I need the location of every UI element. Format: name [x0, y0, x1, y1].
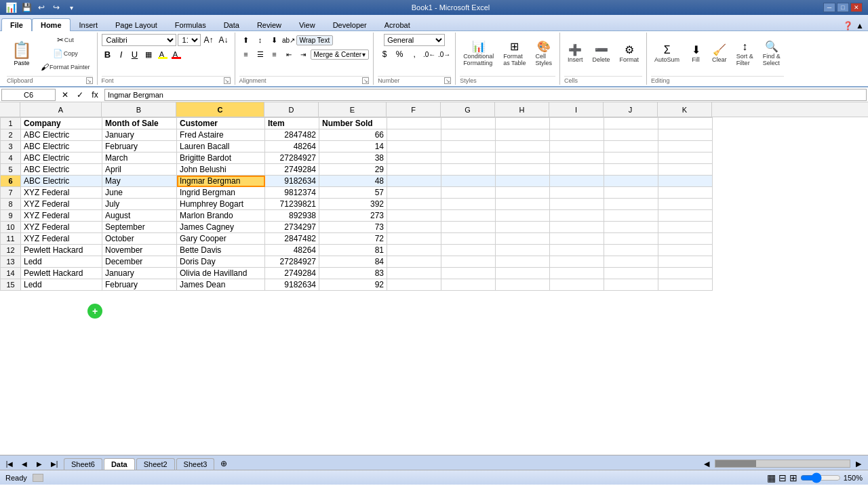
- cell-K3[interactable]: [658, 141, 713, 152]
- cell-C7[interactable]: Ingrid Bergman: [177, 187, 265, 199]
- cell-B10[interactable]: September: [102, 222, 177, 233]
- underline-button[interactable]: U: [129, 48, 141, 60]
- insert-cells-btn[interactable]: ➕ Insert: [564, 43, 587, 65]
- cell-C2[interactable]: Fred Astaire: [177, 129, 265, 141]
- cell-E1[interactable]: Number Sold: [319, 118, 387, 129]
- increase-indent-btn[interactable]: ⇥: [296, 48, 310, 60]
- row-number-11[interactable]: 11: [1, 233, 21, 245]
- cell-A3[interactable]: ABC Electric: [21, 141, 102, 152]
- cell-D4[interactable]: 27284927: [265, 152, 319, 164]
- prev-sheet-btn[interactable]: ◀: [18, 458, 31, 470]
- cell-H14[interactable]: [496, 268, 550, 279]
- cell-H1[interactable]: [496, 118, 550, 129]
- cell-B1[interactable]: Month of Sale: [102, 118, 177, 129]
- decrease-font-btn[interactable]: A↓: [217, 34, 231, 46]
- cell-J15[interactable]: [604, 279, 658, 291]
- merge-center-btn[interactable]: Merge & Center▾: [311, 49, 370, 60]
- cell-I8[interactable]: [550, 199, 604, 210]
- cell-E11[interactable]: 72: [319, 233, 387, 245]
- cell-D6[interactable]: 9182634: [265, 176, 319, 187]
- minimize-ribbon-btn[interactable]: ▲: [856, 21, 864, 30]
- cell-G14[interactable]: [441, 268, 496, 279]
- cell-K2[interactable]: [658, 129, 713, 141]
- undo-quick-btn[interactable]: ↩: [35, 1, 48, 14]
- formula-input[interactable]: [104, 89, 867, 101]
- cell-H4[interactable]: [496, 152, 550, 164]
- row-number-5[interactable]: 5: [1, 164, 21, 176]
- save-quick-btn[interactable]: 💾: [20, 1, 33, 14]
- cell-I6[interactable]: [550, 176, 604, 187]
- cell-J8[interactable]: [604, 199, 658, 210]
- number-format-select[interactable]: General: [384, 34, 445, 46]
- cell-J9[interactable]: [604, 210, 658, 222]
- align-right-btn[interactable]: ≡: [268, 48, 281, 60]
- autosum-btn[interactable]: Σ AutoSum: [651, 43, 683, 65]
- cell-E9[interactable]: 273: [319, 210, 387, 222]
- cell-E7[interactable]: 57: [319, 187, 387, 199]
- cell-G15[interactable]: [441, 279, 496, 291]
- cell-J3[interactable]: [604, 141, 658, 152]
- format-painter-button[interactable]: 🖌 Format Painter: [38, 61, 93, 73]
- border-button[interactable]: ▦: [142, 48, 155, 60]
- minimize-btn[interactable]: ─: [823, 3, 835, 12]
- cell-B14[interactable]: January: [102, 268, 177, 279]
- cell-J1[interactable]: [604, 118, 658, 129]
- cell-D15[interactable]: 9182634: [265, 279, 319, 291]
- cell-H9[interactable]: [496, 210, 550, 222]
- cell-D8[interactable]: 71239821: [265, 199, 319, 210]
- align-top-btn[interactable]: ⬆: [239, 34, 253, 46]
- cell-K10[interactable]: [658, 222, 713, 233]
- wrap-text-btn[interactable]: Wrap Text: [296, 35, 334, 45]
- clipboard-expand[interactable]: ↘: [86, 77, 93, 84]
- cell-K14[interactable]: [658, 268, 713, 279]
- row-number-7[interactable]: 7: [1, 187, 21, 199]
- cell-H12[interactable]: [496, 245, 550, 256]
- cell-H11[interactable]: [496, 233, 550, 245]
- row-number-15[interactable]: 15: [1, 279, 21, 291]
- col-header-F[interactable]: F: [387, 102, 441, 117]
- cell-H15[interactable]: [496, 279, 550, 291]
- cell-K12[interactable]: [658, 245, 713, 256]
- cell-A15[interactable]: Ledd: [21, 279, 102, 291]
- cell-F4[interactable]: [387, 152, 441, 164]
- sheet-tab-sheet6[interactable]: Sheet6: [64, 458, 102, 470]
- cell-J12[interactable]: [604, 245, 658, 256]
- row-number-14[interactable]: 14: [1, 268, 21, 279]
- page-break-view-btn[interactable]: ⊞: [789, 472, 797, 483]
- cell-H3[interactable]: [496, 141, 550, 152]
- cell-D1[interactable]: Item: [265, 118, 319, 129]
- row-number-9[interactable]: 9: [1, 210, 21, 222]
- cell-B8[interactable]: July: [102, 199, 177, 210]
- cell-D14[interactable]: 2749284: [265, 268, 319, 279]
- cell-F3[interactable]: [387, 141, 441, 152]
- cell-C5[interactable]: John Belushi: [177, 164, 265, 176]
- col-header-I[interactable]: I: [549, 102, 604, 117]
- cell-J5[interactable]: [604, 164, 658, 176]
- cell-F10[interactable]: [387, 222, 441, 233]
- cell-I2[interactable]: [550, 129, 604, 141]
- col-header-D[interactable]: D: [264, 102, 319, 117]
- cell-K9[interactable]: [658, 210, 713, 222]
- cell-A6[interactable]: ABC Electric: [21, 176, 102, 187]
- normal-view-btn[interactable]: ▦: [767, 472, 776, 483]
- cell-E2[interactable]: 66: [319, 129, 387, 141]
- tab-view[interactable]: View: [290, 18, 324, 30]
- cell-G6[interactable]: [441, 176, 496, 187]
- cell-K11[interactable]: [658, 233, 713, 245]
- cell-B4[interactable]: March: [102, 152, 177, 164]
- cell-I5[interactable]: [550, 164, 604, 176]
- cell-A9[interactable]: XYZ Federal: [21, 210, 102, 222]
- cell-A13[interactable]: Ledd: [21, 256, 102, 268]
- maximize-btn[interactable]: □: [837, 3, 849, 12]
- cell-K5[interactable]: [658, 164, 713, 176]
- col-header-B[interactable]: B: [102, 102, 176, 117]
- cell-H2[interactable]: [496, 129, 550, 141]
- cell-E14[interactable]: 83: [319, 268, 387, 279]
- cell-D11[interactable]: 2847482: [265, 233, 319, 245]
- cell-C4[interactable]: Brigitte Bardot: [177, 152, 265, 164]
- cell-G9[interactable]: [441, 210, 496, 222]
- italic-button[interactable]: I: [115, 48, 127, 60]
- cell-E8[interactable]: 392: [319, 199, 387, 210]
- col-header-G[interactable]: G: [441, 102, 495, 117]
- cell-B7[interactable]: June: [102, 187, 177, 199]
